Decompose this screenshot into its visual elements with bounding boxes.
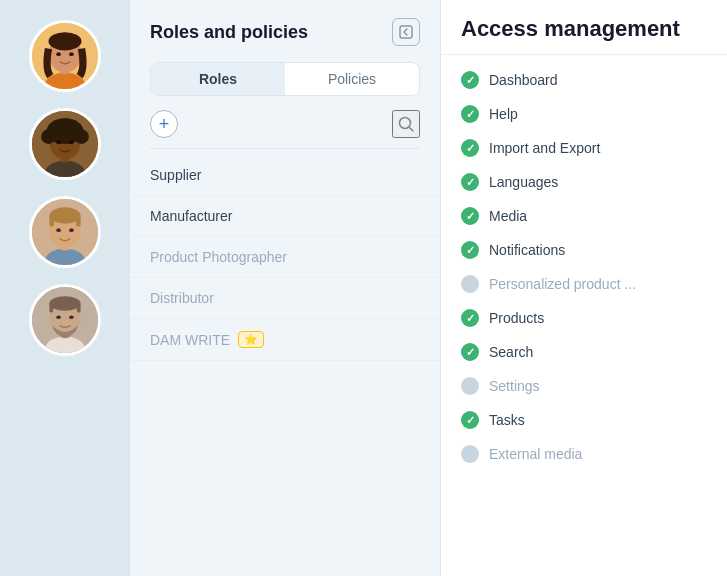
media-label: Media (489, 208, 527, 224)
access-item-notifications[interactable]: Notifications (441, 233, 727, 267)
notifications-label: Notifications (489, 242, 565, 258)
access-item-import-export[interactable]: Import and Export (441, 131, 727, 165)
svg-rect-33 (49, 304, 53, 313)
role-item-distributor[interactable]: Distributor (130, 278, 440, 319)
products-status-dot (461, 309, 479, 327)
svg-point-23 (49, 207, 80, 224)
tasks-status-dot (461, 411, 479, 429)
access-item-tasks[interactable]: Tasks (441, 403, 727, 437)
svg-rect-37 (400, 26, 412, 38)
access-list: Dashboard Help Import and Export Languag… (441, 55, 727, 479)
import-export-status-dot (461, 139, 479, 157)
media-status-dot (461, 207, 479, 225)
personalized-product-status-dot (461, 275, 479, 293)
tab-roles[interactable]: Roles (151, 63, 285, 95)
avatar-1[interactable] (29, 20, 101, 92)
roles-list: Supplier Manufacturer Product Photograph… (130, 149, 440, 367)
dam-write-badge: ⭐ (238, 331, 264, 348)
add-icon: + (159, 115, 170, 133)
languages-status-dot (461, 173, 479, 191)
tab-bar: Roles Policies (150, 62, 420, 96)
svg-rect-25 (76, 216, 81, 227)
avatar-2[interactable] (29, 108, 101, 180)
svg-point-17 (56, 140, 61, 144)
right-panel: Access management Dashboard Help Import … (440, 0, 727, 576)
role-item-supplier[interactable]: Supplier (130, 155, 440, 196)
dashboard-status-dot (461, 71, 479, 89)
role-item-dam-write[interactable]: DAM WRITE ⭐ (130, 319, 440, 361)
svg-point-35 (56, 315, 61, 319)
import-export-label: Import and Export (489, 140, 600, 156)
access-item-settings[interactable]: Settings (441, 369, 727, 403)
search-button[interactable] (392, 110, 420, 138)
svg-point-16 (58, 118, 73, 133)
svg-point-38 (400, 118, 411, 129)
svg-point-18 (69, 140, 74, 144)
search-icon (397, 115, 415, 133)
access-item-products[interactable]: Products (441, 301, 727, 335)
access-item-personalized-product[interactable]: Personalized product ... (441, 267, 727, 301)
middle-panel: Roles and policies Roles Policies + Supp… (130, 0, 440, 576)
back-button[interactable] (392, 18, 420, 46)
languages-label: Languages (489, 174, 558, 190)
svg-point-27 (69, 228, 74, 232)
toolbar: + (130, 110, 440, 148)
access-item-external-media[interactable]: External media (441, 437, 727, 471)
svg-point-32 (49, 296, 80, 311)
tab-policies[interactable]: Policies (285, 63, 419, 95)
external-media-label: External media (489, 446, 582, 462)
svg-point-6 (69, 52, 74, 56)
svg-rect-24 (49, 216, 54, 227)
avatar-column (0, 0, 130, 576)
avatar-3[interactable] (29, 196, 101, 268)
search-status-dot (461, 343, 479, 361)
dashboard-label: Dashboard (489, 72, 558, 88)
access-management-title: Access management (461, 16, 680, 41)
products-label: Products (489, 310, 544, 326)
avatar-3-image (32, 199, 98, 265)
personalized-product-label: Personalized product ... (489, 276, 636, 292)
tasks-label: Tasks (489, 412, 525, 428)
role-item-product-photographer[interactable]: Product Photographer (130, 237, 440, 278)
external-media-status-dot (461, 445, 479, 463)
avatar-4-image (32, 287, 98, 353)
access-item-search[interactable]: Search (441, 335, 727, 369)
access-item-media[interactable]: Media (441, 199, 727, 233)
access-item-languages[interactable]: Languages (441, 165, 727, 199)
roles-policies-title: Roles and policies (150, 22, 308, 43)
add-role-button[interactable]: + (150, 110, 178, 138)
middle-header: Roles and policies (130, 0, 440, 62)
access-item-dashboard[interactable]: Dashboard (441, 63, 727, 97)
avatar-1-image (32, 23, 98, 89)
avatar-4[interactable] (29, 284, 101, 356)
notifications-status-dot (461, 241, 479, 259)
svg-point-26 (56, 228, 61, 232)
right-header: Access management (441, 0, 727, 55)
help-status-dot (461, 105, 479, 123)
access-item-help[interactable]: Help (441, 97, 727, 131)
avatar-2-image (32, 111, 98, 177)
search-label: Search (489, 344, 533, 360)
help-label: Help (489, 106, 518, 122)
back-icon (399, 25, 413, 39)
svg-point-36 (69, 315, 74, 319)
svg-point-5 (56, 52, 61, 56)
role-item-manufacturer[interactable]: Manufacturer (130, 196, 440, 237)
svg-rect-34 (77, 304, 81, 313)
settings-status-dot (461, 377, 479, 395)
settings-label: Settings (489, 378, 540, 394)
